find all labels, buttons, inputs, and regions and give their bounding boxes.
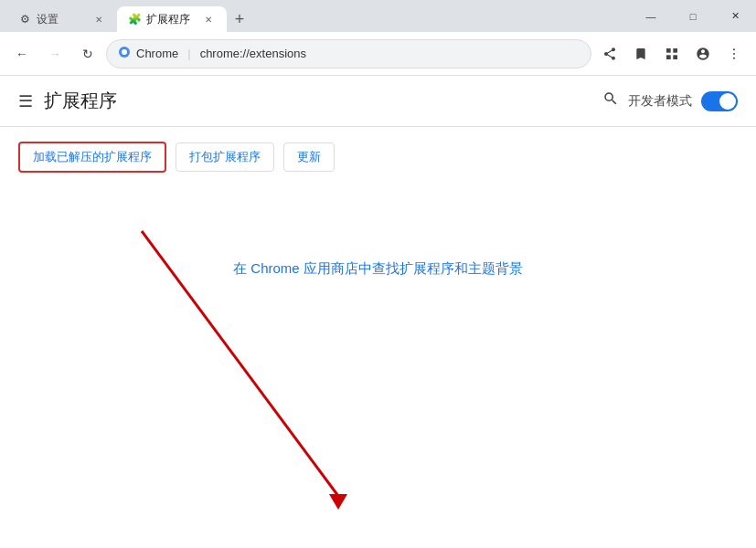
search-icon[interactable]	[602, 90, 619, 111]
site-icon	[118, 46, 131, 61]
svg-point-1	[122, 49, 127, 55]
more-button[interactable]	[719, 39, 749, 68]
chrome-store-link[interactable]: 在 Chrome 应用商店中查找扩展程序和主题背景	[233, 260, 523, 278]
svg-rect-4	[666, 55, 671, 59]
site-name: Chrome	[136, 47, 178, 60]
page-header: ☰ 扩展程序 开发者模式	[0, 76, 756, 127]
minimize-button[interactable]: —	[630, 0, 672, 32]
settings-tab-icon: ⚙	[18, 13, 31, 26]
share-button[interactable]	[595, 39, 624, 68]
tab-settings[interactable]: ⚙ 设置 ✕	[7, 6, 117, 32]
extensions-tab-close[interactable]: ✕	[201, 12, 216, 26]
dev-mode-toggle[interactable]	[701, 91, 738, 111]
close-button[interactable]: ✕	[714, 0, 756, 32]
tab-bar: ⚙ 设置 ✕ 🧩 扩展程序 ✕ +	[0, 6, 630, 32]
svg-rect-2	[666, 48, 671, 53]
settings-tab-close[interactable]: ✕	[91, 12, 106, 26]
dev-mode-label: 开发者模式	[628, 93, 692, 110]
update-button[interactable]: 更新	[283, 142, 335, 172]
window-controls: — □ ✕	[630, 0, 756, 32]
pack-extension-button[interactable]: 打包扩展程序	[176, 142, 274, 172]
svg-rect-5	[673, 55, 677, 59]
url-separator: |	[187, 47, 190, 60]
url-text: chrome://extensions	[200, 47, 306, 60]
profile-button[interactable]	[688, 39, 718, 68]
svg-marker-10	[329, 494, 347, 510]
titlebar: ⚙ 设置 ✕ 🧩 扩展程序 ✕ + — □ ✕	[0, 0, 756, 32]
header-actions: 开发者模式	[602, 90, 738, 111]
settings-tab-label: 设置	[37, 12, 59, 27]
extensions-tab-icon: 🧩	[128, 13, 141, 26]
refresh-button[interactable]: ↻	[73, 39, 102, 68]
extensions-tab-label: 扩展程序	[146, 12, 190, 27]
hamburger-menu-icon[interactable]: ☰	[18, 91, 33, 111]
tab-extensions[interactable]: 🧩 扩展程序 ✕	[117, 6, 227, 32]
tab-view-button[interactable]	[657, 39, 687, 68]
toolbar: 加载已解压的扩展程序 打包扩展程序 更新	[0, 127, 756, 187]
page-body: ☰ 扩展程序 开发者模式 加载已解压的扩展程序 打包扩展程序 更新 在 Chro…	[0, 76, 756, 278]
nav-actions	[595, 39, 749, 68]
back-button[interactable]: ←	[7, 39, 37, 68]
maximize-button[interactable]: □	[672, 0, 714, 32]
address-bar[interactable]: Chrome | chrome://extensions	[106, 39, 591, 68]
svg-point-8	[733, 57, 735, 58]
forward-button[interactable]: →	[40, 39, 69, 68]
new-tab-button[interactable]: +	[227, 6, 252, 32]
page-title: 扩展程序	[44, 89, 602, 113]
svg-point-7	[733, 53, 735, 55]
bookmark-button[interactable]	[626, 39, 655, 68]
main-content: 在 Chrome 应用商店中查找扩展程序和主题背景	[0, 187, 756, 278]
load-extension-button[interactable]: 加载已解压的扩展程序	[18, 142, 166, 173]
svg-rect-3	[673, 48, 677, 53]
svg-point-6	[733, 48, 735, 50]
navbar: ← → ↻ Chrome | chrome://extensions	[0, 32, 756, 76]
